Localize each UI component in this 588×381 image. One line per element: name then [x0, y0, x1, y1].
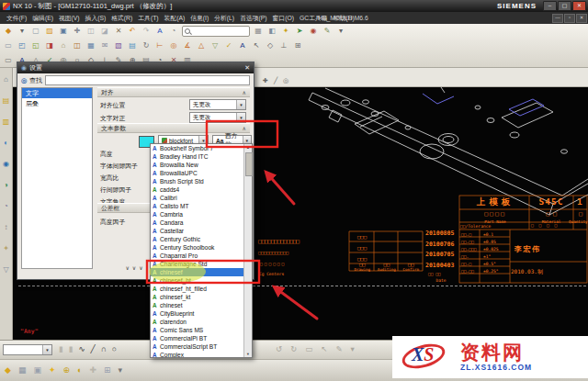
menu-item[interactable]: 格式(R) [108, 14, 135, 23]
menu-item[interactable]: 文件(F) [4, 14, 29, 23]
font-list-item[interactable]: A Cambria [151, 210, 244, 219]
undo-icon[interactable]: ↶ [127, 27, 138, 36]
snap-point-icon[interactable]: ◆ [5, 365, 11, 375]
group-header-alignment[interactable]: 对齐 ∧ [97, 87, 250, 97]
more-ghost-icon[interactable]: ▾ [351, 344, 355, 353]
font-list-item[interactable]: A BrowalliaUPC [151, 169, 244, 177]
font-list-item[interactable]: A Brush Script Std [151, 177, 244, 185]
font-list-item[interactable]: A CommercialPi BT [151, 334, 244, 342]
snap-midpoint-icon[interactable]: ▣ [33, 365, 41, 375]
snap-intersection-icon[interactable]: ✦ [49, 365, 56, 375]
snap-grid-icon[interactable]: ⊞ [104, 365, 111, 375]
display-mode-icon[interactable]: ◱ [30, 41, 41, 50]
dialog-close-icon[interactable]: ✕ [244, 64, 250, 72]
collapse-icon[interactable]: ∧ [243, 125, 246, 131]
menu-item[interactable]: 信息(I) [187, 14, 211, 23]
spline-tool-icon[interactable]: ∿ [78, 344, 85, 353]
grayed-tool-2[interactable]: ▮ [69, 344, 74, 353]
zoom-line-icon[interactable]: ╱ [274, 77, 277, 84]
open-folder-icon[interactable]: ▨ [44, 27, 55, 36]
redo-ghost-icon[interactable]: ↻ [290, 344, 297, 353]
note-ghost-icon[interactable]: ✎ [335, 344, 342, 353]
search-input[interactable] [192, 28, 242, 35]
find-input[interactable] [45, 75, 250, 85]
scroll-down-icon[interactable]: ▾ [244, 352, 252, 356]
menu-item[interactable]: 装配(A) [162, 14, 188, 23]
snap-existing-icon[interactable]: ✚ [89, 365, 96, 375]
scroll-up-icon[interactable]: ▴ [244, 145, 252, 150]
font-list-item[interactable]: A chineset [151, 301, 244, 309]
add-icon[interactable]: ✚ [72, 27, 83, 36]
font-list-item[interactable]: A chinesef_kt [151, 293, 244, 301]
font-list-item[interactable]: A Calisto MT [151, 202, 244, 210]
assembly-navigator-icon[interactable]: ⌂ [2, 75, 11, 84]
dim-angle-icon[interactable]: ∡ [182, 41, 193, 50]
chevron-down-icon[interactable]: ▼ [236, 100, 245, 109]
command-finder-dropdown[interactable]: ▾ [17, 27, 28, 36]
dim-fast-icon[interactable]: △ [196, 41, 207, 50]
shade-icon[interactable]: ◨ [44, 41, 55, 50]
font-list-scrollbar[interactable]: ▴ ▾ [243, 144, 252, 357]
part-navigator-icon[interactable]: ▥ [2, 118, 11, 127]
text-style-icon[interactable]: A [154, 27, 165, 36]
font-list-item[interactable]: A Candara [151, 219, 244, 227]
leader-icon[interactable]: ↖ [251, 41, 262, 50]
font-list-item[interactable]: A CommercialScript BT [151, 342, 244, 351]
home-view-icon[interactable]: ⌂ [58, 41, 69, 50]
fit-view-icon[interactable]: ✚ [263, 77, 268, 84]
note-text-icon[interactable]: A [237, 41, 248, 50]
font-list-item[interactable]: A Century Schoolbook [151, 243, 244, 252]
settings-nav-item[interactable]: 层叠 [22, 98, 92, 108]
menu-item[interactable]: 分析(L) [211, 14, 237, 23]
roles-icon[interactable]: ➤ [294, 27, 305, 36]
selection-filter-combo[interactable]: ▼ [3, 344, 52, 355]
snap-endpoint-icon[interactable]: ▦ [18, 365, 27, 375]
sheet-icon[interactable]: ▭ [3, 41, 14, 50]
menu-item[interactable]: 视图(V) [56, 14, 83, 23]
symbol-icon[interactable]: ◇ [265, 41, 276, 50]
minimize-button[interactable]: – [543, 1, 557, 11]
margin-icon[interactable]: ▭ [3, 56, 14, 65]
font-list-item[interactable]: A clarendon [151, 318, 244, 326]
snap-more-dropdown[interactable]: ▾ [119, 365, 123, 375]
clipboard-ghost-icon[interactable]: ▭ [305, 344, 312, 353]
layer-icon[interactable]: ◫ [72, 41, 83, 50]
window-icon[interactable]: ▦ [253, 27, 264, 36]
system-materials-icon[interactable]: ▽ [2, 265, 11, 275]
clipboard-icon[interactable]: ◧ [266, 27, 277, 36]
doc-window-button[interactable]: — [552, 14, 563, 23]
font-list-item[interactable]: A Calibri [151, 194, 244, 202]
orbit-icon[interactable]: ◎ [283, 77, 288, 84]
font-list-item[interactable]: A Chaparral Pro [151, 252, 244, 260]
chevron-down-icon[interactable]: ▼ [42, 345, 51, 354]
chevron-down-icon[interactable]: ▼ [236, 113, 245, 122]
pattern-icon[interactable]: ▧ [113, 41, 124, 50]
undo-ghost-icon[interactable]: ↺ [276, 344, 282, 353]
font-list-item[interactable]: A Century Gothic [151, 235, 244, 243]
font-list-item[interactable]: A chinesef_ht [151, 276, 244, 285]
maximize-button[interactable]: ▢ [558, 1, 571, 11]
menu-item[interactable]: 插入(S) [83, 14, 109, 23]
process-studio-icon[interactable]: ↕ [2, 223, 11, 232]
pencil-icon[interactable]: ✎ [322, 27, 333, 36]
font-list-item[interactable]: A chinesef [151, 268, 244, 276]
grayed-tool-1[interactable]: ▮ [59, 344, 63, 353]
history-palette-icon[interactable]: ◔ [2, 202, 11, 211]
font-list-item[interactable]: A Bookshelf Symbol 7 [151, 144, 244, 152]
copy-icon[interactable]: ◫ [85, 27, 96, 36]
line-tool-icon[interactable]: ╱ [91, 344, 96, 353]
settings-nav-item[interactable]: 文字 [22, 88, 92, 98]
favorites-icon[interactable]: ✦ [280, 27, 291, 36]
snap-center-icon[interactable]: ⊕ [63, 365, 71, 375]
roles-palette-icon[interactable]: ✦ [2, 244, 11, 253]
check-mark-icon[interactable]: ✓ [223, 41, 234, 50]
font-list-item[interactable]: A Comic Sans MS [151, 326, 244, 334]
menu-item[interactable]: 编辑(E) [29, 14, 56, 23]
dialog-title-bar[interactable]: ◉ 设置 ✕ [17, 62, 254, 73]
circle-tool-icon[interactable]: ○ [112, 344, 117, 353]
save-icon[interactable]: ▣ [58, 27, 69, 36]
redo-icon[interactable]: ↷ [141, 27, 152, 36]
new-file-icon[interactable]: ▢ [30, 27, 41, 36]
delete-icon[interactable]: ✕ [113, 27, 124, 36]
table-icon[interactable]: ⊞ [292, 41, 303, 50]
